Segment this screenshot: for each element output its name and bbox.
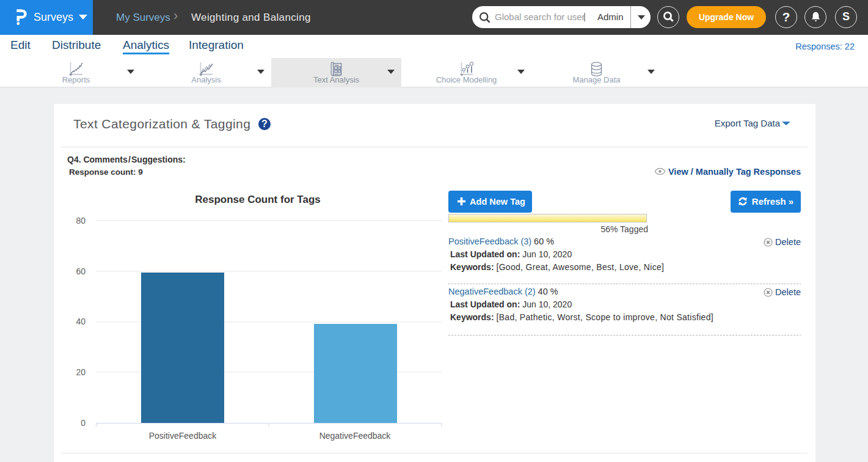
svg-text:PositiveFeedback: PositiveFeedback <box>149 431 217 441</box>
svg-text:Response Count for Tags: Response Count for Tags <box>195 194 321 205</box>
svg-text:60: 60 <box>76 266 86 276</box>
svg-text:20: 20 <box>76 367 86 377</box>
svg-text:NegativeFeedback: NegativeFeedback <box>319 431 392 441</box>
svg-text:0: 0 <box>81 418 86 428</box>
svg-text:40: 40 <box>76 317 86 326</box>
svg-text:80: 80 <box>76 216 86 226</box>
